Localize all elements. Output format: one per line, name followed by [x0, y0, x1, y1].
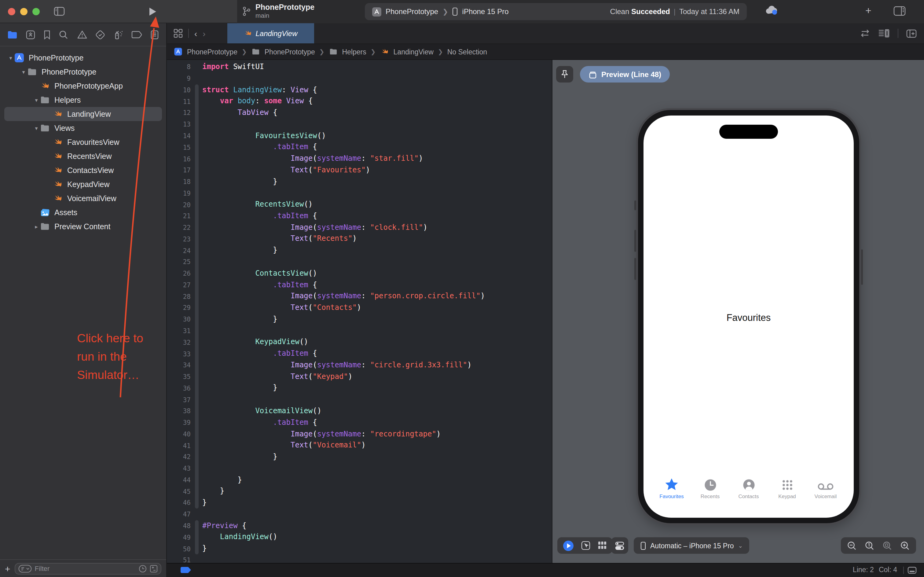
code-line[interactable]: 29 Text("Contacts"): [167, 302, 552, 314]
code-line[interactable]: 45 }: [167, 486, 552, 497]
fold-ribbon[interactable]: [195, 371, 199, 382]
fold-ribbon[interactable]: [195, 279, 199, 291]
fold-ribbon[interactable]: [195, 96, 199, 107]
toggle-navigator-icon[interactable]: [54, 7, 65, 16]
device-settings-button[interactable]: [611, 537, 628, 554]
disclosure-chevron-icon[interactable]: ▾: [19, 69, 27, 75]
fold-ribbon[interactable]: [195, 451, 199, 463]
fold-ribbon[interactable]: [195, 61, 199, 73]
fold-ribbon[interactable]: [195, 428, 199, 440]
live-preview-button[interactable]: [563, 540, 574, 551]
code-line[interactable]: 12 TabView {: [167, 107, 552, 119]
filter-input[interactable]: Filter: [14, 562, 161, 574]
phone-tab-recents[interactable]: Recents: [692, 477, 728, 500]
tests-icon[interactable]: [95, 30, 105, 39]
code-line[interactable]: 16 Image(systemName: "star.fill"): [167, 153, 552, 164]
code-line[interactable]: 43: [167, 463, 552, 474]
breadcrumb-item[interactable]: Helpers: [329, 48, 366, 56]
code-line[interactable]: 31: [167, 325, 552, 337]
code-line[interactable]: 15 .tabItem {: [167, 142, 552, 153]
code-line[interactable]: 49 LandingView(): [167, 532, 552, 543]
code-line[interactable]: 26 ContactsView(): [167, 268, 552, 279]
code-line[interactable]: 8import SwiftUI: [167, 61, 552, 73]
fold-ribbon[interactable]: [195, 463, 199, 474]
code-line[interactable]: 11 var body: some View {: [167, 96, 552, 107]
zoom-to-fit-button[interactable]: [882, 541, 892, 550]
code-line[interactable]: 41 Text("Voicemail"): [167, 440, 552, 451]
code-line[interactable]: 35 Text("Keypad"): [167, 371, 552, 382]
code-line[interactable]: 18 }: [167, 176, 552, 187]
phone-tab-contacts[interactable]: Contacts: [730, 477, 767, 500]
code-line[interactable]: 40 Image(systemName: "recordingtape"): [167, 428, 552, 440]
zoom-out-button[interactable]: [847, 541, 857, 550]
fold-ribbon[interactable]: [195, 142, 199, 153]
run-button[interactable]: [148, 7, 157, 16]
code-line[interactable]: 50}: [167, 543, 552, 554]
fold-ribbon[interactable]: [195, 497, 199, 509]
pin-preview-button[interactable]: [556, 66, 573, 82]
tree-row-recentsview[interactable]: RecentsView: [4, 149, 162, 163]
breadcrumb-item[interactable]: PhonePrototype: [251, 48, 315, 56]
fold-ribbon[interactable]: [195, 119, 199, 130]
code-line[interactable]: 44 }: [167, 474, 552, 486]
disclosure-chevron-icon[interactable]: ▸: [32, 223, 40, 229]
breadcrumb-item[interactable]: No Selection: [448, 48, 487, 55]
fold-ribbon[interactable]: [195, 256, 199, 268]
fold-ribbon[interactable]: [195, 359, 199, 371]
recent-files-filter-icon[interactable]: [139, 564, 146, 572]
breadcrumb-item[interactable]: PhonePrototype: [174, 47, 237, 56]
code-line[interactable]: 34 Image(systemName: "circle.grid.3x3.fi…: [167, 359, 552, 371]
fold-ribbon[interactable]: [195, 554, 199, 563]
disclosure-chevron-icon[interactable]: ▾: [32, 125, 40, 131]
fold-ribbon[interactable]: [195, 417, 199, 428]
fold-ribbon[interactable]: [195, 302, 199, 314]
issues-icon[interactable]: [77, 30, 87, 39]
code-line[interactable]: 13: [167, 119, 552, 130]
tree-row-landingview[interactable]: LandingView: [4, 107, 162, 121]
fold-ribbon[interactable]: [195, 176, 199, 187]
tree-row-contactsview[interactable]: ContactsView: [4, 163, 162, 177]
disclosure-chevron-icon[interactable]: ▾: [7, 55, 14, 61]
code-line[interactable]: 23 Text("Recents"): [167, 233, 552, 245]
fold-ribbon[interactable]: [195, 543, 199, 554]
code-line[interactable]: 21 .tabItem {: [167, 210, 552, 222]
tree-row-phoneprototypeapp[interactable]: PhonePrototypeApp: [4, 79, 162, 93]
breakpoints-toggle-icon[interactable]: [180, 567, 192, 574]
fold-ribbon[interactable]: [195, 164, 199, 176]
code-line[interactable]: 37: [167, 393, 552, 405]
selectable-mode-button[interactable]: [581, 541, 590, 550]
code-line[interactable]: 51: [167, 554, 552, 563]
tab-landingview[interactable]: LandingView: [227, 23, 314, 44]
code-line[interactable]: 38 VoicemailView(): [167, 405, 552, 417]
fold-ribbon[interactable]: [195, 84, 199, 96]
fold-ribbon[interactable]: [195, 474, 199, 486]
zoom-window-button[interactable]: [32, 8, 40, 15]
fold-ribbon[interactable]: [195, 520, 199, 532]
fold-ribbon[interactable]: [195, 486, 199, 497]
fold-ribbon[interactable]: [195, 268, 199, 279]
tree-row-phoneprototype[interactable]: ▾PhonePrototype: [4, 65, 162, 79]
disclosure-chevron-icon[interactable]: ▾: [32, 97, 40, 103]
filter-options-icon[interactable]: [18, 564, 32, 572]
code-line[interactable]: 48#Preview {: [167, 520, 552, 532]
code-line[interactable]: 30 }: [167, 314, 552, 325]
fold-ribbon[interactable]: [195, 107, 199, 119]
debug-icon[interactable]: [113, 30, 124, 39]
zoom-actual-size-button[interactable]: [865, 541, 874, 550]
code-line[interactable]: 27 .tabItem {: [167, 279, 552, 291]
editor-layout-icon[interactable]: [893, 6, 906, 16]
code-line[interactable]: 10struct LandingView: View {: [167, 84, 552, 96]
editor-options-icon[interactable]: [878, 29, 890, 38]
add-editor-plus-button[interactable]: +: [865, 5, 871, 17]
project-navigator-icon[interactable]: [7, 30, 18, 39]
tree-row-keypadview[interactable]: KeypadView: [4, 177, 162, 191]
source-control-filter-icon[interactable]: [150, 564, 158, 572]
phone-tab-keypad[interactable]: Keypad: [769, 477, 805, 500]
zoom-in-button[interactable]: [900, 541, 910, 550]
bookmarks-icon[interactable]: [44, 30, 51, 39]
go-back-icon[interactable]: ‹: [194, 28, 197, 38]
go-forward-icon[interactable]: ›: [203, 28, 205, 38]
fold-ribbon[interactable]: [195, 440, 199, 451]
code-line[interactable]: 20 RecentsView(): [167, 199, 552, 210]
fold-ribbon[interactable]: [195, 325, 199, 337]
